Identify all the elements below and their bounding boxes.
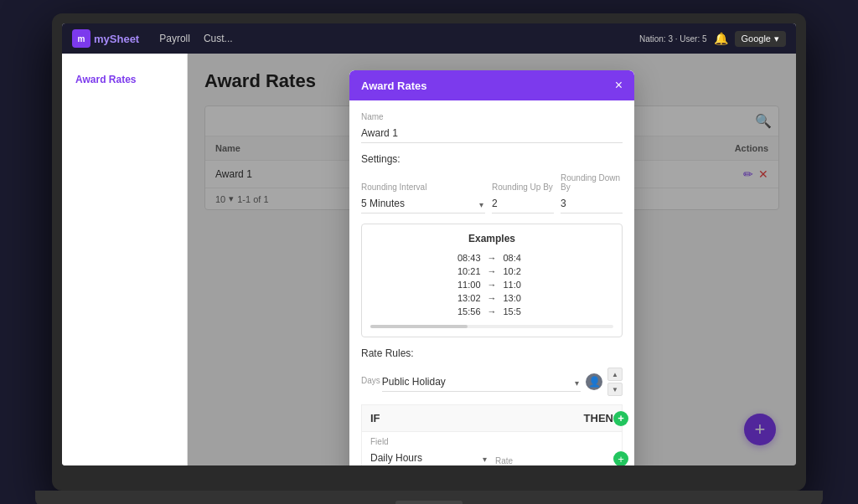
sidebar-item-award-rates[interactable]: Award Rates (62, 67, 187, 92)
nav-status: Nation: 3 · User: 5 (639, 34, 707, 44)
nav-right: Nation: 3 · User: 5 🔔 Google ▾ (639, 31, 786, 47)
arrow-right-icon-1: → (488, 253, 497, 263)
logo-text: mySheet (94, 33, 139, 45)
name-label: Name (361, 112, 623, 121)
example-row-4: 13:02 → 13:0 (370, 291, 613, 305)
example-output-2: 10:2 (504, 266, 537, 276)
nav-payroll[interactable]: Payroll (159, 33, 190, 44)
example-output-4: 13:0 (504, 293, 537, 303)
rounding-down-input[interactable] (561, 194, 623, 213)
rounding-interval-select[interactable]: 5 Minutes (361, 194, 485, 213)
field-select-wrapper: Daily Hours ▾ (370, 449, 488, 465)
logo-icon: m (72, 29, 90, 48)
example-output-5: 15:5 (504, 306, 537, 316)
bell-icon: 🔔 (714, 32, 728, 45)
days-select[interactable]: Public Holiday (382, 373, 581, 391)
rounding-interval-field: Rounding Interval 5 Minutes ▾ (361, 183, 485, 213)
rounding-down-field: Rounding Down By (561, 173, 623, 213)
sidebar: Award Rates (62, 54, 188, 465)
rounding-interval-select-wrapper: 5 Minutes ▾ (361, 194, 485, 213)
page-area: Award Rates 🔍 Name Actions (188, 54, 796, 465)
field-label: Field (370, 437, 488, 446)
modal-close-button[interactable]: × (615, 79, 623, 92)
rounding-up-input[interactable] (492, 194, 554, 213)
example-input-3: 11:00 (447, 280, 481, 290)
logo-my: my (94, 33, 110, 45)
add-if-then-button[interactable]: + (613, 411, 628, 426)
example-input-4: 13:02 (447, 293, 481, 303)
modal-title: Award Rates (361, 80, 427, 92)
rounding-up-label: Rounding Up By (492, 183, 554, 192)
modal-body: Name Settings: Rounding Interval (349, 100, 634, 465)
days-order-arrows: ▲ ▼ (607, 368, 623, 396)
nav-logo: m mySheet (72, 29, 139, 48)
example-row-1: 08:43 → 08:4 (370, 251, 613, 265)
award-rates-modal: Award Rates × Name (349, 70, 634, 465)
settings-row: Rounding Interval 5 Minutes ▾ (361, 173, 623, 213)
laptop-screen: m mySheet Payroll Cust... Nation: 3 · Us… (62, 23, 796, 465)
add-condition-button[interactable]: + (613, 451, 628, 465)
example-input-2: 10:21 (447, 266, 481, 276)
example-row-5: 15:56 → 15:5 (370, 305, 613, 318)
top-nav: m mySheet Payroll Cust... Nation: 3 · Us… (62, 23, 796, 54)
examples-scrollbar-thumb (370, 325, 468, 328)
example-input-5: 15:56 (447, 306, 481, 316)
days-person-button[interactable]: 👤 (586, 373, 602, 390)
rounding-down-label: Rounding Down By (561, 173, 623, 192)
google-button[interactable]: Google ▾ (735, 31, 786, 47)
rate-rules-title: Rate Rules: (361, 347, 623, 359)
laptop-frame: m mySheet Payroll Cust... Nation: 3 · Us… (52, 13, 806, 491)
app-container: m mySheet Payroll Cust... Nation: 3 · Us… (62, 23, 796, 465)
rounding-up-field: Rounding Up By (492, 183, 554, 213)
days-row: Days Public Holiday ▾ 👤 (361, 368, 623, 396)
rounding-interval-label: Rounding Interval (361, 183, 485, 192)
condition-field-row: Field Daily Hours ▾ (361, 432, 623, 465)
if-label: IF (370, 412, 492, 424)
example-row-3: 11:00 → 11:0 (370, 278, 613, 291)
modal-header: Award Rates × (349, 70, 634, 100)
rate-rules-section: Rate Rules: Days Public Holiday (361, 347, 623, 465)
field-left: Field Daily Hours ▾ (370, 437, 488, 465)
examples-table: 08:43 → 08:4 10:21 → 10:2 (370, 251, 613, 318)
arrow-right-icon-5: → (488, 306, 497, 316)
days-label: Days (361, 376, 380, 385)
arrow-right-icon-3: → (488, 280, 497, 290)
settings-section-title: Settings: (361, 153, 623, 165)
if-then-header: IF THEN + (361, 404, 623, 432)
nav-custom[interactable]: Cust... (204, 33, 233, 44)
field-select[interactable]: Daily Hours (370, 449, 488, 465)
nav-items: Payroll Cust... (159, 33, 232, 44)
field-right: Rate (495, 456, 613, 465)
modal-overlay: Award Rates × Name (188, 54, 796, 465)
logo-sheet: Sheet (110, 33, 139, 45)
name-input[interactable] (361, 124, 623, 143)
examples-box: Examples 08:43 → 08:4 10:21 (361, 224, 623, 337)
examples-scrollbar (370, 325, 613, 328)
chevron-down-icon: ▾ (774, 33, 779, 44)
days-up-button[interactable]: ▲ (607, 368, 623, 381)
days-down-button[interactable]: ▼ (607, 383, 623, 396)
then-label: THEN (492, 412, 613, 424)
name-field-group: Name (361, 112, 623, 143)
example-output-3: 11:0 (504, 280, 537, 290)
rate-label: Rate (495, 456, 613, 465)
laptop-base (35, 491, 823, 504)
arrow-right-icon-4: → (488, 293, 497, 303)
example-output-1: 08:4 (504, 253, 537, 263)
main-content: Award Rates Award Rates 🔍 Name (62, 54, 796, 465)
example-input-1: 08:43 (447, 253, 481, 263)
examples-title: Examples (370, 233, 613, 244)
arrow-right-icon-2: → (488, 266, 497, 276)
example-row-2: 10:21 → 10:2 (370, 265, 613, 278)
days-select-wrapper: Public Holiday ▾ (382, 373, 581, 392)
